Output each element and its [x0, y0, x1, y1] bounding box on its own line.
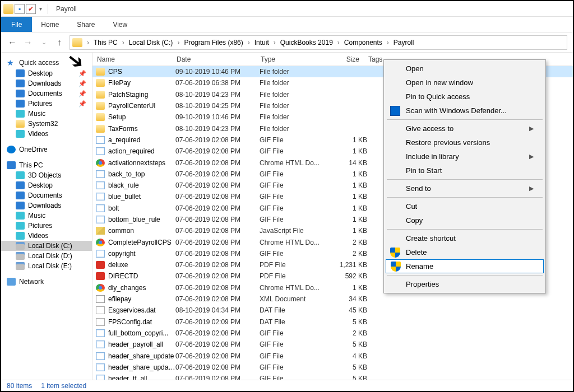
- col-date[interactable]: Date: [172, 55, 256, 63]
- network-icon: [7, 278, 16, 286]
- sidebar-item[interactable]: 3D Objects: [1, 170, 92, 180]
- file-row[interactable]: FPSConfig.dat07-06-2019 02:09 PMDAT File…: [92, 316, 573, 328]
- ctx-restore[interactable]: Restore previous versions: [386, 136, 544, 150]
- forward-button[interactable]: →: [22, 38, 34, 48]
- crumb[interactable]: This PC: [91, 39, 120, 46]
- ctx-give-access[interactable]: Give access to▶: [386, 122, 544, 136]
- sidebar-item[interactable]: Downloads: [1, 200, 92, 211]
- item-icon: [16, 192, 25, 199]
- sidebar-item[interactable]: Local Disk (C:): [1, 241, 92, 251]
- ctx-pin-start[interactable]: Pin to Start: [386, 164, 544, 178]
- file-icon: [96, 375, 105, 380]
- sidebar-item[interactable]: Videos: [1, 129, 92, 139]
- sidebar-item[interactable]: Music: [1, 211, 92, 221]
- file-row[interactable]: full_bottom_copyri...07-06-2019 02:08 PM…: [92, 328, 573, 339]
- col-name[interactable]: Name: [92, 55, 172, 63]
- sidebar-item[interactable]: Local Disk (E:): [1, 261, 92, 271]
- sidebar-item[interactable]: Desktop: [1, 180, 92, 190]
- pc-icon: [7, 161, 16, 169]
- item-icon: [16, 120, 25, 128]
- col-size[interactable]: Size: [322, 55, 364, 63]
- sidebar-item[interactable]: Downloads📌: [1, 78, 92, 88]
- qat-button-1[interactable]: ▪: [15, 4, 25, 14]
- file-icon: [96, 329, 105, 337]
- sidebar-item[interactable]: Documents📌: [1, 88, 92, 99]
- ctx-properties[interactable]: Properties: [386, 277, 544, 291]
- file-menu[interactable]: File: [1, 17, 32, 32]
- item-icon: [16, 202, 25, 209]
- item-icon: [16, 232, 25, 240]
- file-icon: [96, 68, 105, 76]
- file-icon: [96, 102, 105, 110]
- quick-access-group[interactable]: ★Quick access: [1, 57, 92, 68]
- item-icon: [16, 242, 25, 250]
- ctx-open-new[interactable]: Open in new window: [386, 76, 544, 90]
- qat-button-2[interactable]: ✔: [26, 4, 36, 14]
- recent-dropdown[interactable]: ⌄: [38, 39, 49, 46]
- sidebar-item[interactable]: Local Disk (D:): [1, 251, 92, 261]
- address-bar[interactable]: › This PC› Local Disk (C:)› Program File…: [70, 35, 567, 50]
- home-tab[interactable]: Home: [32, 17, 68, 32]
- qat-overflow[interactable]: ▾: [37, 6, 44, 12]
- sidebar-item[interactable]: Music: [1, 109, 92, 119]
- up-button[interactable]: ↑: [54, 38, 65, 48]
- ctx-include-lib[interactable]: Include in library▶: [386, 150, 544, 164]
- network-group[interactable]: Network: [1, 277, 92, 287]
- ctx-cut[interactable]: Cut: [386, 199, 544, 213]
- file-icon: [96, 113, 105, 121]
- sidebar-item[interactable]: Desktop📌: [1, 68, 92, 78]
- shield-icon: [391, 262, 401, 272]
- thispc-group[interactable]: This PC: [1, 160, 92, 170]
- file-row[interactable]: Esgservices.dat08-10-2019 04:34 PMDAT Fi…: [92, 305, 573, 316]
- sidebar-item[interactable]: Pictures📌: [1, 99, 92, 109]
- file-icon: [96, 272, 105, 280]
- ctx-rename[interactable]: Rename: [386, 259, 544, 273]
- ctx-open[interactable]: Open: [386, 62, 544, 76]
- sidebar-item[interactable]: Pictures: [1, 221, 92, 231]
- pin-icon: 📌: [78, 90, 86, 97]
- file-icon: [96, 239, 105, 246]
- ctx-delete[interactable]: Delete: [386, 245, 544, 259]
- crumb[interactable]: QuickBooks 2019: [278, 39, 335, 46]
- file-row[interactable]: header_payroll_all07-06-2019 02:08 PMGIF…: [92, 339, 573, 350]
- file-row[interactable]: efilepay07-06-2019 02:08 PMXML Document3…: [92, 293, 573, 305]
- file-icon: [96, 363, 105, 371]
- item-icon: [16, 181, 25, 189]
- crumb[interactable]: Intuit: [252, 39, 271, 46]
- window-title: Payroll: [56, 5, 77, 13]
- item-count: 80 items: [7, 382, 32, 390]
- sidebar-item[interactable]: Videos: [1, 231, 92, 241]
- file-icon: [96, 261, 105, 269]
- crumb[interactable]: Local Disk (C:): [127, 39, 175, 46]
- pin-icon: 📌: [78, 80, 86, 87]
- file-icon: [96, 204, 105, 212]
- sidebar-item[interactable]: Documents: [1, 190, 92, 200]
- ctx-shortcut[interactable]: Create shortcut: [386, 231, 544, 245]
- share-tab[interactable]: Share: [68, 17, 104, 32]
- col-type[interactable]: Type: [256, 55, 322, 63]
- back-button[interactable]: ←: [7, 38, 18, 48]
- ctx-defender[interactable]: Scan with Windows Defender...: [386, 104, 544, 118]
- file-icon: [96, 91, 105, 99]
- selection-count: 1 item selected: [41, 382, 86, 390]
- ctx-send-to[interactable]: Send to▶: [386, 181, 544, 195]
- ctx-copy[interactable]: Copy: [386, 213, 544, 227]
- file-row[interactable]: header_tf_all07-06-2019 02:08 PMGIF File…: [92, 373, 573, 380]
- item-icon: [16, 171, 25, 179]
- file-row[interactable]: header_share_updat...07-06-2019 02:08 PM…: [92, 362, 573, 373]
- item-icon: [16, 110, 25, 118]
- crumb[interactable]: Components: [342, 39, 385, 46]
- file-icon: [96, 125, 105, 133]
- onedrive-group[interactable]: OneDrive: [1, 144, 92, 155]
- file-row[interactable]: header_share_update07-06-2019 02:08 PMGI…: [92, 350, 573, 361]
- folder-icon: [72, 38, 82, 47]
- file-icon: [96, 306, 105, 314]
- defender-icon: [390, 106, 400, 116]
- view-tab[interactable]: View: [104, 17, 136, 32]
- crumb[interactable]: Program Files (x86): [182, 39, 245, 46]
- file-icon: [96, 284, 105, 292]
- file-icon: [96, 181, 105, 189]
- sidebar-item[interactable]: System32: [1, 119, 92, 129]
- crumb[interactable]: Payroll: [391, 39, 416, 46]
- ctx-pin-qa[interactable]: Pin to Quick access: [386, 90, 544, 104]
